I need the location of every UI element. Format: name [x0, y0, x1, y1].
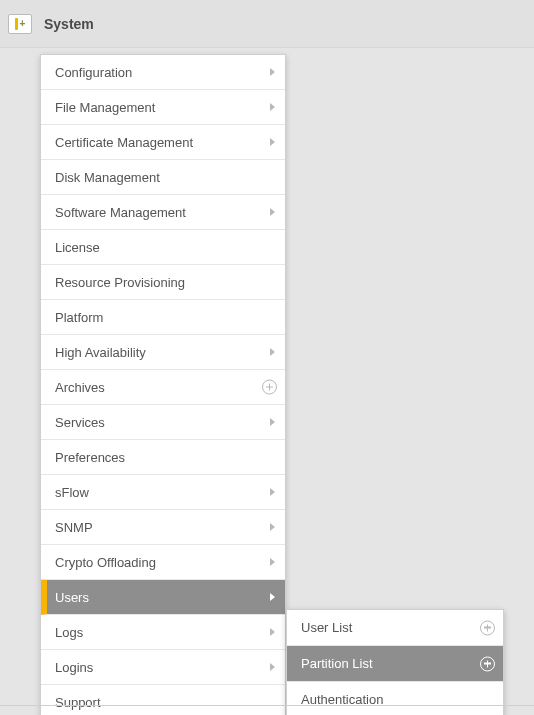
chevron-right-icon [270, 68, 275, 76]
menu-item-label: Crypto Offloading [55, 555, 156, 570]
submenu-item-user-list[interactable]: User List [287, 610, 503, 646]
menu-item-label: Support [55, 695, 101, 710]
page-title: System [44, 16, 94, 32]
menu-item-resource-provisioning[interactable]: Resource Provisioning [41, 265, 285, 300]
menu-item-logs[interactable]: Logs [41, 615, 285, 650]
menu-item-certificate-management[interactable]: Certificate Management [41, 125, 285, 160]
menu-item-label: Resource Provisioning [55, 275, 185, 290]
menu-item-high-availability[interactable]: High Availability [41, 335, 285, 370]
menu-item-disk-management[interactable]: Disk Management [41, 160, 285, 195]
chevron-right-icon [270, 593, 275, 601]
chevron-right-icon [270, 558, 275, 566]
chevron-right-icon [270, 138, 275, 146]
menu-item-label: Logs [55, 625, 83, 640]
menu-item-snmp[interactable]: SNMP [41, 510, 285, 545]
menu-item-archives[interactable]: Archives [41, 370, 285, 405]
add-icon[interactable] [480, 656, 495, 671]
menu-item-label: Preferences [55, 450, 125, 465]
menu-item-label: Archives [55, 380, 105, 395]
submenu-item-authentication[interactable]: Authentication [287, 682, 503, 715]
menu-item-label: Platform [55, 310, 103, 325]
menu-item-support[interactable]: Support [41, 685, 285, 715]
add-icon[interactable] [262, 380, 277, 395]
divider [0, 705, 534, 706]
menu-item-users[interactable]: Users [41, 580, 285, 615]
chevron-right-icon [270, 523, 275, 531]
menu-item-label: Software Management [55, 205, 186, 220]
menu-item-preferences[interactable]: Preferences [41, 440, 285, 475]
menu-item-crypto-offloading[interactable]: Crypto Offloading [41, 545, 285, 580]
topbar: + System [0, 0, 534, 48]
menu-item-services[interactable]: Services [41, 405, 285, 440]
menu-item-software-management[interactable]: Software Management [41, 195, 285, 230]
system-menu: ConfigurationFile ManagementCertificate … [40, 54, 286, 715]
chevron-right-icon [270, 418, 275, 426]
menu-item-label: High Availability [55, 345, 146, 360]
menu-item-label: Configuration [55, 65, 132, 80]
users-submenu: User ListPartition ListAuthenticationRem… [286, 609, 504, 715]
chevron-right-icon [270, 488, 275, 496]
menu-item-label: sFlow [55, 485, 89, 500]
chevron-right-icon [270, 628, 275, 636]
menu-container: ConfigurationFile ManagementCertificate … [0, 48, 534, 715]
menu-item-sflow[interactable]: sFlow [41, 475, 285, 510]
menu-item-label: Logins [55, 660, 93, 675]
menu-item-label: File Management [55, 100, 155, 115]
submenu-item-label: User List [301, 620, 352, 635]
chevron-right-icon [270, 103, 275, 111]
menu-item-platform[interactable]: Platform [41, 300, 285, 335]
menu-item-configuration[interactable]: Configuration [41, 55, 285, 90]
menu-item-label: License [55, 240, 100, 255]
menu-item-label: SNMP [55, 520, 93, 535]
menu-item-label: Disk Management [55, 170, 160, 185]
chevron-right-icon [270, 663, 275, 671]
submenu-item-label: Partition List [301, 656, 373, 671]
chevron-right-icon [270, 208, 275, 216]
menu-item-label: Certificate Management [55, 135, 193, 150]
menu-item-logins[interactable]: Logins [41, 650, 285, 685]
menu-item-file-management[interactable]: File Management [41, 90, 285, 125]
menu-item-label: Users [55, 590, 89, 605]
system-icon: + [8, 14, 32, 34]
menu-item-label: Services [55, 415, 105, 430]
chevron-right-icon [270, 348, 275, 356]
menu-item-license[interactable]: License [41, 230, 285, 265]
submenu-item-partition-list[interactable]: Partition List [287, 646, 503, 682]
add-icon[interactable] [480, 620, 495, 635]
